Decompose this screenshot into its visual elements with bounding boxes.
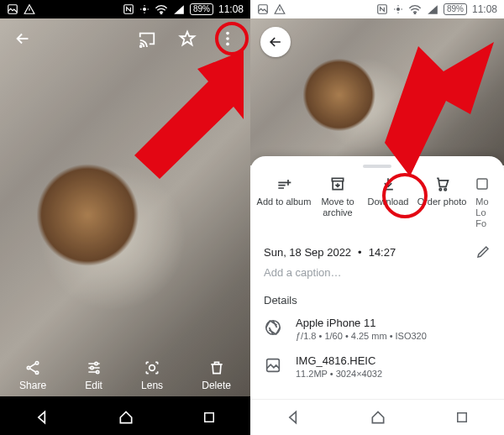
edit-timestamp-button[interactable] <box>475 244 491 259</box>
svg-point-15 <box>150 365 155 371</box>
picture-icon <box>257 3 269 15</box>
delete-button[interactable]: Delete <box>202 359 231 391</box>
svg-rect-16 <box>205 413 214 422</box>
nav-back-icon[interactable] <box>34 409 50 426</box>
svg-point-9 <box>27 366 29 369</box>
system-nav-bar <box>250 399 504 435</box>
edit-label: Edit <box>85 380 102 391</box>
svg-point-23 <box>439 188 442 191</box>
cast-icon[interactable] <box>133 24 161 53</box>
share-button[interactable]: Share <box>19 359 46 391</box>
warning-icon <box>274 3 286 15</box>
lens-label: Lens <box>141 380 163 391</box>
overflow-button-cut[interactable]: MoLoFo <box>470 175 494 229</box>
svg-point-13 <box>90 366 92 369</box>
share-label: Share <box>19 380 46 391</box>
file-name: IMG_4816.HEIC <box>296 354 382 367</box>
camera-details-row: Apple iPhone 11 ƒ/1.8 • 1/60 • 4.25 mm •… <box>250 310 504 348</box>
photo-date: Sun, 18 Sep 2022 <box>264 246 351 259</box>
nav-home-icon[interactable] <box>118 409 134 426</box>
svg-point-11 <box>35 371 38 374</box>
screenshot-right: 89% 11:08 Add to album Move toarchive <box>250 0 504 435</box>
highlight-ring-download <box>382 173 428 218</box>
lens-button[interactable]: Lens <box>141 359 163 391</box>
picture-icon <box>7 3 18 15</box>
image-file-icon <box>264 356 284 375</box>
bottom-action-bar: Share Edit Lens Delete <box>0 351 250 400</box>
status-bar: 89% 11:08 <box>0 0 250 18</box>
details-heading: Details <box>250 287 504 310</box>
highlight-ring-more <box>215 22 249 55</box>
share-icon <box>24 359 41 376</box>
aperture-icon <box>264 318 284 337</box>
wifi-icon <box>155 4 168 14</box>
star-icon[interactable] <box>173 24 202 53</box>
photo-time: 14:27 <box>369 246 396 259</box>
battery-indicator: 89% <box>190 3 213 15</box>
status-bar: 89% 11:08 <box>250 0 504 18</box>
svg-rect-22 <box>332 178 343 181</box>
move-to-archive-button[interactable]: Move toarchive <box>312 175 363 229</box>
nav-back-icon[interactable] <box>285 409 302 426</box>
warning-icon <box>24 3 35 15</box>
bottom-sheet: Add to album Move toarchive Download Ord… <box>250 156 504 400</box>
back-arrow-icon[interactable] <box>8 24 37 53</box>
back-button[interactable] <box>260 27 291 57</box>
callout-arrow <box>385 42 494 176</box>
nfc-icon <box>376 3 388 15</box>
location-icon <box>393 4 403 14</box>
nav-recent-icon[interactable] <box>202 410 217 425</box>
photo-timestamp-row: Sun, 18 Sep 2022 • 14:27 <box>250 236 504 263</box>
overflow-label: MoLoFo <box>475 197 488 229</box>
signal-icon <box>427 4 438 14</box>
svg-rect-27 <box>267 359 280 372</box>
svg-point-24 <box>444 188 447 191</box>
svg-rect-28 <box>458 413 467 422</box>
add-to-album-button[interactable]: Add to album <box>255 175 312 229</box>
svg-marker-21 <box>385 42 494 176</box>
nfc-icon <box>123 3 134 15</box>
cart-icon <box>433 175 450 193</box>
nav-recent-icon[interactable] <box>454 410 470 425</box>
edit-sliders-icon <box>86 359 102 376</box>
wifi-icon <box>408 4 422 14</box>
screenshot-left: 89% 11:08 <box>0 0 250 435</box>
callout-arrow <box>118 50 244 202</box>
archive-icon <box>329 175 346 193</box>
delete-label: Delete <box>202 380 231 391</box>
lens-icon <box>144 359 160 376</box>
edit-button[interactable]: Edit <box>85 359 102 391</box>
svg-point-10 <box>35 362 38 364</box>
svg-point-4 <box>140 45 142 47</box>
svg-point-12 <box>94 362 97 364</box>
svg-point-19 <box>396 8 400 11</box>
overflow-icon <box>475 175 490 193</box>
battery-indicator: 89% <box>444 3 467 15</box>
svg-point-14 <box>96 370 98 373</box>
caption-input[interactable]: Add a caption… <box>250 263 504 287</box>
svg-rect-25 <box>477 179 487 189</box>
sheet-action-row: Add to album Move toarchive Download Ord… <box>250 173 504 236</box>
file-meta: 11.2MP • 3024×4032 <box>296 369 382 379</box>
svg-point-3 <box>160 13 161 14</box>
file-details-row: IMG_4816.HEIC 11.2MP • 3024×4032 <box>250 348 504 385</box>
clock: 11:08 <box>218 3 244 15</box>
clock: 11:08 <box>472 3 497 15</box>
svg-point-20 <box>414 13 415 14</box>
svg-point-2 <box>143 8 146 11</box>
svg-marker-8 <box>134 50 244 179</box>
system-nav-bar <box>0 400 250 435</box>
camera-model: Apple iPhone 11 <box>296 317 427 329</box>
nav-home-icon[interactable] <box>370 409 386 426</box>
trash-icon <box>208 359 225 376</box>
camera-exif: ƒ/1.8 • 1/60 • 4.25 mm • ISO320 <box>296 331 427 341</box>
add-to-album-label: Add to album <box>257 197 312 207</box>
add-to-album-icon <box>276 175 292 193</box>
location-icon <box>139 4 150 14</box>
move-to-archive-label: Move toarchive <box>321 197 354 218</box>
signal-icon <box>173 4 185 14</box>
